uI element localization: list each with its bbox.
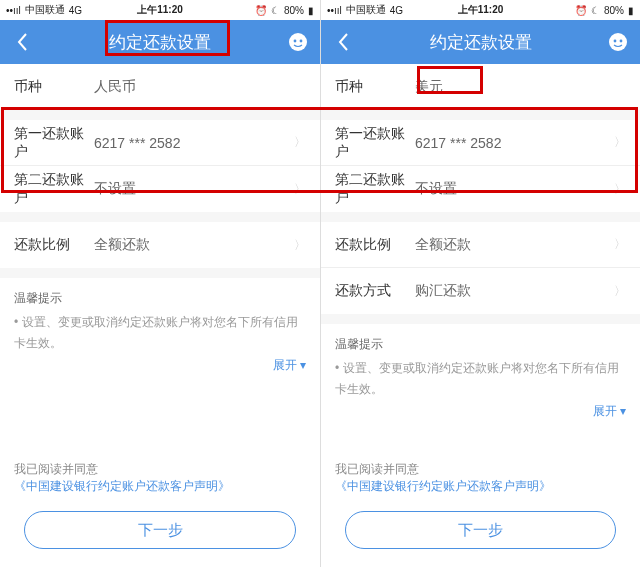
currency-label: 币种	[335, 78, 415, 96]
agree-text: 我已阅读并同意	[14, 462, 98, 476]
currency-value: 美元	[415, 78, 626, 96]
ratio-value: 全额还款	[94, 236, 294, 254]
support-icon[interactable]	[606, 30, 630, 54]
divider	[321, 110, 640, 120]
nav-bar: 约定还款设置	[0, 20, 320, 64]
svg-point-0	[289, 33, 307, 51]
carrier: 中国联通	[346, 3, 386, 17]
status-bar: ••ııl 中国联通 4G 上午11:20 ⏰ ☾ 80% ▮	[321, 0, 640, 20]
agree-link[interactable]: 《中国建设银行约定账户还款客户声明》	[335, 479, 551, 493]
dnd-icon: ☾	[591, 5, 600, 16]
account1-value: 6217 *** 2582	[415, 135, 614, 151]
row-account2[interactable]: 第二还款账户 不设置 〉	[0, 166, 320, 212]
account1-label: 第一还款账户	[14, 125, 94, 161]
tips-block: 温馨提示 • 设置、变更或取消约定还款账户将对您名下所有信用卡生效。	[321, 324, 640, 403]
support-icon[interactable]	[286, 30, 310, 54]
currency-label: 币种	[14, 78, 94, 96]
battery-pct: 80%	[604, 5, 624, 16]
back-button[interactable]	[331, 30, 355, 54]
svg-point-5	[620, 40, 623, 43]
back-button[interactable]	[10, 30, 34, 54]
account2-value: 不设置	[415, 180, 614, 198]
agree-block: 我已阅读并同意 《中国建设银行约定账户还款客户声明》	[321, 461, 640, 503]
next-button[interactable]: 下一步	[345, 511, 616, 549]
currency-value: 人民币	[94, 78, 306, 96]
nav-bar: 约定还款设置	[321, 20, 640, 64]
screen-left: ••ııl 中国联通 4G 上午11:20 ⏰ ☾ 80% ▮ 约定还款设置	[0, 0, 320, 567]
method-value: 购汇还款	[415, 282, 614, 300]
dnd-icon: ☾	[271, 5, 280, 16]
agree-block: 我已阅读并同意 《中国建设银行约定账户还款客户声明》	[0, 461, 320, 503]
account2-value: 不设置	[94, 180, 294, 198]
divider	[0, 212, 320, 222]
tips-text: • 设置、变更或取消约定还款账户将对您名下所有信用卡生效。	[14, 312, 306, 353]
account1-value: 6217 *** 2582	[94, 135, 294, 151]
battery-icon: ▮	[628, 5, 634, 16]
row-ratio[interactable]: 还款比例 全额还款 〉	[0, 222, 320, 268]
svg-point-4	[614, 40, 617, 43]
ratio-label: 还款比例	[335, 236, 415, 254]
row-currency: 币种 人民币	[0, 64, 320, 110]
alarm-icon: ⏰	[255, 5, 267, 16]
divider	[0, 110, 320, 120]
divider	[321, 212, 640, 222]
tips-text: • 设置、变更或取消约定还款账户将对您名下所有信用卡生效。	[335, 358, 626, 399]
chevron-right-icon: 〉	[294, 134, 306, 151]
chevron-right-icon: 〉	[614, 181, 626, 198]
row-ratio[interactable]: 还款比例 全额还款 〉	[321, 222, 640, 268]
ratio-value: 全额还款	[415, 236, 614, 254]
page-title: 约定还款设置	[355, 31, 606, 54]
signal-icon: ••ııl	[6, 5, 21, 16]
expand-button[interactable]: 展开 ▾	[321, 403, 640, 430]
tips-title: 温馨提示	[335, 334, 626, 354]
chevron-right-icon: 〉	[294, 237, 306, 254]
spacer	[0, 384, 320, 461]
battery-icon: ▮	[308, 5, 314, 16]
agree-text: 我已阅读并同意	[335, 462, 419, 476]
network: 4G	[69, 5, 82, 16]
chevron-right-icon: 〉	[614, 134, 626, 151]
row-method[interactable]: 还款方式 购汇还款 〉	[321, 268, 640, 314]
row-currency: 币种 美元	[321, 64, 640, 110]
method-label: 还款方式	[335, 282, 415, 300]
row-account2[interactable]: 第二还款账户 不设置 〉	[321, 166, 640, 212]
chevron-right-icon: 〉	[614, 236, 626, 253]
agree-link[interactable]: 《中国建设银行约定账户还款客户声明》	[14, 479, 230, 493]
ratio-label: 还款比例	[14, 236, 94, 254]
status-bar: ••ııl 中国联通 4G 上午11:20 ⏰ ☾ 80% ▮	[0, 0, 320, 20]
svg-point-1	[294, 40, 297, 43]
content: 币种 美元 第一还款账户 6217 *** 2582 〉 第二还款账户 不设置 …	[321, 64, 640, 567]
chevron-right-icon: 〉	[294, 181, 306, 198]
alarm-icon: ⏰	[575, 5, 587, 16]
screen-right: ••ııl 中国联通 4G 上午11:20 ⏰ ☾ 80% ▮ 约定还款设置	[320, 0, 640, 567]
spacer	[321, 430, 640, 461]
row-account1[interactable]: 第一还款账户 6217 *** 2582 〉	[0, 120, 320, 166]
account2-label: 第二还款账户	[14, 171, 94, 207]
account1-label: 第一还款账户	[335, 125, 415, 161]
expand-button[interactable]: 展开 ▾	[0, 357, 320, 384]
network: 4G	[390, 5, 403, 16]
content: 币种 人民币 第一还款账户 6217 *** 2582 〉 第二还款账户 不设置…	[0, 64, 320, 567]
chevron-right-icon: 〉	[614, 283, 626, 300]
row-account1[interactable]: 第一还款账户 6217 *** 2582 〉	[321, 120, 640, 166]
tips-title: 温馨提示	[14, 288, 306, 308]
page-title: 约定还款设置	[34, 31, 286, 54]
battery-pct: 80%	[284, 5, 304, 16]
carrier: 中国联通	[25, 3, 65, 17]
account2-label: 第二还款账户	[335, 171, 415, 207]
divider	[321, 314, 640, 324]
svg-point-3	[609, 33, 627, 51]
button-wrap: 下一步	[0, 503, 320, 567]
svg-point-2	[300, 40, 303, 43]
signal-icon: ••ııl	[327, 5, 342, 16]
divider	[0, 268, 320, 278]
tips-block: 温馨提示 • 设置、变更或取消约定还款账户将对您名下所有信用卡生效。	[0, 278, 320, 357]
next-button[interactable]: 下一步	[24, 511, 296, 549]
button-wrap: 下一步	[321, 503, 640, 567]
